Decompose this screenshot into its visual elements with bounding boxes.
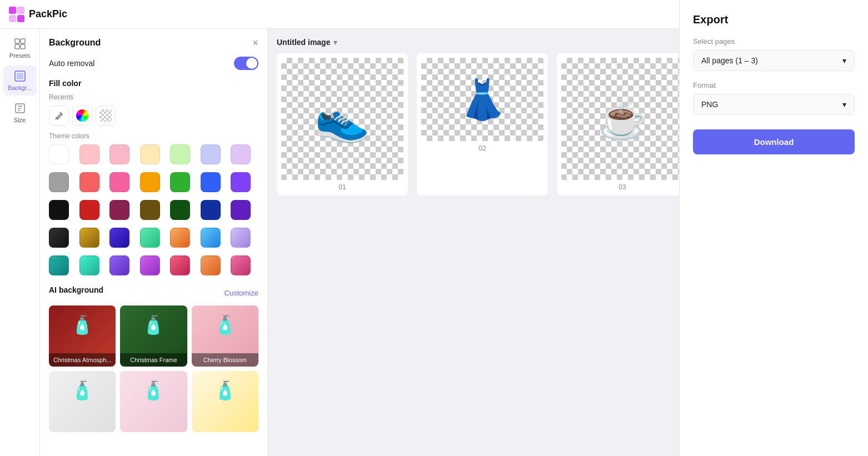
ai-card-row2-3[interactable]: 🧴 xyxy=(192,371,258,432)
swatch-violet-grad[interactable] xyxy=(109,255,129,275)
swatch-indigo-grad[interactable] xyxy=(109,228,129,248)
format-label: Format xyxy=(693,81,855,89)
canvas-title: Untitled image xyxy=(277,38,330,47)
ai-card-christmas-frame[interactable]: 🧴 Christmas Frame xyxy=(120,305,187,367)
select-pages-dropdown[interactable]: All pages (1 – 3) ▾ xyxy=(693,50,855,71)
sidebar-item-presets-label: Presets xyxy=(9,52,30,59)
panel-header: Background × xyxy=(49,38,258,48)
ai-background-title: AI background xyxy=(49,285,103,294)
format-dropdown[interactable]: PNG ▾ xyxy=(693,94,855,115)
swatch-light-green[interactable] xyxy=(170,144,190,164)
ai-background-header: AI background Customize xyxy=(49,285,258,300)
swatch-magenta-grad[interactable] xyxy=(140,255,160,275)
perfume-icon-2: 🧴 xyxy=(120,305,187,344)
canvas-card-03[interactable]: ☕ 03 xyxy=(557,53,688,196)
swatch-light-pink[interactable] xyxy=(79,144,99,164)
canvas-label-01: 01 xyxy=(281,183,403,191)
swatch-dark-green[interactable] xyxy=(170,200,190,220)
svg-rect-5 xyxy=(21,39,25,43)
swatch-blue[interactable] xyxy=(201,172,221,192)
ai-background-grid: 🧴 Christmas Atmosph... 🧴 Christmas Frame… xyxy=(49,305,258,432)
color-swatches-row1 xyxy=(49,144,258,164)
swatch-black[interactable] xyxy=(49,200,69,220)
perfume-icon-5: 🧴 xyxy=(120,371,187,410)
auto-removal-toggle[interactable] xyxy=(234,57,258,70)
swatch-dark-purple[interactable] xyxy=(231,200,251,220)
swatch-orange[interactable] xyxy=(140,172,160,192)
app-name: PackPic xyxy=(29,8,67,20)
perfume-icon-4: 🧴 xyxy=(49,371,116,410)
ai-card-cherry-blossom[interactable]: 🧴 Cherry Blossom xyxy=(192,305,258,367)
ai-card-row2-1[interactable]: 🧴 xyxy=(49,371,116,432)
color-swatches-row2 xyxy=(49,172,258,192)
swatch-dark-grad[interactable] xyxy=(49,228,69,248)
presets-icon xyxy=(14,38,26,50)
customize-link[interactable]: Customize xyxy=(225,289,258,297)
main-layout: Presets Backgr... Size xyxy=(0,29,868,456)
swatch-gold-grad[interactable] xyxy=(79,228,99,248)
swatch-teal-grad[interactable] xyxy=(140,228,160,248)
swatch-teal2-grad[interactable] xyxy=(49,255,69,275)
swatch-dark-olive[interactable] xyxy=(140,200,160,220)
swatch-hot-pink[interactable] xyxy=(109,172,129,192)
canvas-image-02: 👗 xyxy=(421,58,543,141)
perfume-icon-6: 🧴 xyxy=(192,371,258,410)
color-swatches-row4 xyxy=(49,228,258,248)
transparent-tool[interactable] xyxy=(96,106,116,126)
swatch-cream[interactable] xyxy=(140,144,160,164)
theme-colors-label: Theme colors xyxy=(49,132,258,140)
swatch-purple[interactable] xyxy=(231,172,251,192)
color-swatches-row5 xyxy=(49,255,258,275)
fill-color-title: Fill color xyxy=(49,79,258,88)
swatch-red[interactable] xyxy=(79,172,99,192)
background-icon xyxy=(14,70,26,82)
swatch-amber-grad[interactable] xyxy=(201,255,221,275)
color-picker-tool[interactable] xyxy=(72,106,92,126)
swatch-lavender-grad[interactable] xyxy=(231,228,251,248)
swatch-sky-grad[interactable] xyxy=(201,228,221,248)
sidebar-item-size[interactable]: Size xyxy=(3,98,37,128)
swatch-sunset-grad[interactable] xyxy=(170,228,190,248)
swatch-dark-red[interactable] xyxy=(79,200,99,220)
swatch-green[interactable] xyxy=(170,172,190,192)
swatch-mint-grad[interactable] xyxy=(79,255,99,275)
format-value: PNG xyxy=(701,100,718,109)
auto-removal-row: Auto removal xyxy=(49,57,258,70)
ai-card-label-cherry-blossom: Cherry Blossom xyxy=(192,353,258,367)
select-pages-label: Select pages xyxy=(693,37,855,46)
swatch-light-blue[interactable] xyxy=(201,144,221,164)
canvas-card-01[interactable]: 👟 01 xyxy=(277,53,408,196)
swatch-burgundy[interactable] xyxy=(109,200,129,220)
swatch-pink[interactable] xyxy=(109,144,129,164)
swatch-light-purple[interactable] xyxy=(231,144,251,164)
select-pages-value: All pages (1 – 3) xyxy=(701,56,758,65)
color-gradient-circle xyxy=(76,109,88,122)
swatch-rose-grad[interactable] xyxy=(170,255,190,275)
format-chevron: ▾ xyxy=(842,100,846,109)
canvas-card-02[interactable]: 👗 02 xyxy=(417,53,548,196)
eyedropper-tool[interactable] xyxy=(49,106,69,126)
ai-card-christmas-atm[interactable]: 🧴 Christmas Atmosph... xyxy=(49,305,116,367)
swatch-dark-blue[interactable] xyxy=(201,200,221,220)
panel-close-button[interactable]: × xyxy=(252,38,258,48)
download-label: Download xyxy=(754,137,794,147)
canvas-label-03: 03 xyxy=(561,183,684,191)
swatch-white[interactable] xyxy=(49,144,69,164)
sidebar-item-presets[interactable]: Presets xyxy=(3,33,37,63)
swatch-fuchsia-grad[interactable] xyxy=(231,255,251,275)
perfume-icon-1: 🧴 xyxy=(49,305,116,344)
svg-rect-3 xyxy=(17,15,24,22)
swatch-gray[interactable] xyxy=(49,172,69,192)
sidebar-item-background[interactable]: Backgr... xyxy=(3,66,37,96)
download-button[interactable]: Download xyxy=(693,129,855,154)
svg-rect-0 xyxy=(9,7,16,14)
auto-removal-label: Auto removal xyxy=(49,59,94,68)
svg-rect-9 xyxy=(17,73,23,79)
app-logo: PackPic xyxy=(9,7,67,22)
recents-label: Recents xyxy=(49,93,258,101)
packpic-logo-icon xyxy=(9,7,24,22)
ai-card-row2-2[interactable]: 🧴 xyxy=(120,371,187,432)
canvas-title-chevron[interactable]: ▾ xyxy=(333,38,337,47)
sidebar-item-size-label: Size xyxy=(14,117,26,123)
svg-rect-7 xyxy=(21,44,25,49)
